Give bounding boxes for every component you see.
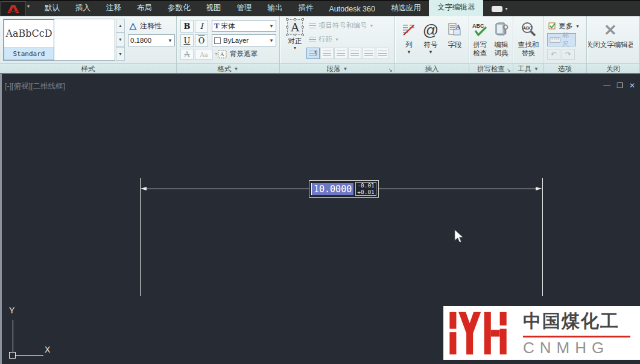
paragraph-panel-caret-icon[interactable]: ▼ [343,66,348,72]
tab-autodesk360[interactable]: Autodesk 360 [322,2,383,17]
dimension-extension-line-right [542,178,543,296]
more-checkbox-icon [548,22,556,30]
panel-format: B I U O A Aa ▼ T 宋体 ▼ ByLayer ▼ A [177,16,280,74]
panel-tools: ABC 查找和 替换 工具 ▼ [513,16,543,74]
tools-panel-caret-icon[interactable]: ▼ [534,66,539,72]
align-right-button[interactable] [334,48,347,59]
bullets-numbering-button[interactable]: 项目符号和编号 ▼ [309,21,373,30]
spell-check-icon: ABC [472,22,489,38]
text-height-combo[interactable]: 0.1800 ▼ [128,34,175,46]
dictionary-icon [493,22,509,38]
bullets-caret-icon: ▼ [370,24,374,28]
justify-icon-letter: A [291,20,299,34]
panel-label-close: 关闭 [606,64,620,74]
spell-dialog-launcher-icon[interactable]: ↘ [506,67,511,73]
combine-paragraphs-icon [378,51,387,57]
italic-button[interactable]: I [195,20,208,33]
tab-insert[interactable]: 插入 [68,0,98,17]
tab-default[interactable]: 默认 [37,0,68,17]
canvas-left-edge [0,74,2,364]
columns-label: 列 [405,40,413,49]
tab-plugins[interactable]: 插件 [291,0,322,17]
panel-style: AaBbCcD Standard ▲ ▼ ▼ 注释性 0.1800 ▼ 样式 [0,16,177,74]
edit-dictionaries-button[interactable]: 编辑 词典 [492,20,511,58]
find-replace-button[interactable]: ABC 查找和 替换 [516,20,540,58]
align-distribute-button[interactable] [362,48,375,59]
tab-layout[interactable]: 布局 [129,0,160,17]
paragraph-dialog-launcher-icon[interactable]: ↘ [388,67,393,73]
app-menu-caret-icon[interactable]: ▾ [27,4,30,9]
pilcrow-icon: ¶ [314,49,317,55]
columns-button[interactable]: 列 ▼ [400,20,418,55]
tab-featured-apps[interactable]: 精选应用 [383,0,429,17]
justify-button[interactable]: A 对正 ▼ [284,19,306,59]
check-spelling-button[interactable]: ABC 拼写 检查 [470,20,490,58]
panel-paragraph: A 对正 ▼ 项目符号和编号 ▼ 行距 ▼ [280,16,395,74]
ribbon-display-toggle[interactable]: ▾ [492,6,507,12]
strikethrough-button[interactable]: A [180,49,194,60]
panel-spell-check: ABC 拼写 检查 编辑 词典 拼写检查 [469,16,513,74]
align-justify-button[interactable] [348,48,361,59]
bold-button[interactable]: B [180,20,194,33]
gallery-scroll-up-button[interactable]: ▲ [116,19,125,33]
justify-caret-icon: ▼ [293,46,297,50]
text-style-gallery[interactable]: AaBbCcD Standard [3,19,115,61]
tab-manage[interactable]: 管理 [229,0,260,17]
ribbon-minimize-caret-icon: ▾ [505,6,507,11]
color-combo[interactable]: ByLayer ▼ [212,34,276,46]
find-replace-icon: ABC [520,22,537,39]
redo-button[interactable]: ↷ [562,49,575,60]
gallery-expand-button[interactable]: ▼ [116,47,125,61]
drawing-canvas[interactable]: [-][俯视][二维线框] — ❐ ✕ 10.0000 -0.01 +0.01 … [0,74,640,364]
style-item-standard[interactable]: AaBbCcD Standard [4,19,54,60]
undo-button[interactable]: ↶ [547,49,560,60]
viewport-controls-label[interactable]: [-][俯视][二维线框] [5,81,65,92]
symbol-button[interactable]: @ 符号 ▼ [420,20,441,55]
line-spacing-button[interactable]: 行距 ▼ [309,35,339,44]
underline-button[interactable]: U [180,34,194,47]
ribbon-minimize-icon [492,6,502,12]
viewport-window-controls: — ❐ ✕ [603,81,635,90]
dimension-text-editor[interactable]: 10.0000 -0.01 +0.01 [309,180,379,198]
panel-label-options: 选项 [558,64,572,74]
field-button[interactable]: A 字段 [445,20,465,49]
align-left-button[interactable]: ¶ [306,48,320,59]
overline-button[interactable]: O [195,34,208,47]
tab-view[interactable]: 视图 [198,0,229,17]
format-panel-caret-icon[interactable]: ▼ [234,66,239,72]
line-spacing-icon [309,37,316,43]
viewport-minimize-button[interactable]: — [603,81,610,90]
dimension-value-selected[interactable]: 10.0000 [311,183,353,195]
tab-annotate[interactable]: 注释 [98,0,129,17]
panel-close: ✕ 关闭文字编辑器 关闭 [587,16,640,74]
tab-output[interactable]: 输出 [260,0,291,17]
panel-label-paragraph: 段落 [327,64,341,74]
ruler-label: 标尺 [563,31,574,49]
change-case-button[interactable]: Aa [195,49,213,60]
bullets-label: 项目符号和编号 [318,21,367,30]
tab-text-editor[interactable]: 文字编辑器 [429,0,484,17]
tolerance-lower: +0.01 [357,189,375,196]
viewport-restore-button[interactable]: ❐ [616,81,623,90]
tab-parametric[interactable]: 参数化 [160,0,198,17]
application-menu-button[interactable] [1,1,26,16]
font-combo[interactable]: T 宋体 ▼ [212,20,276,32]
svg-text:ABC: ABC [523,26,532,30]
align-center-button[interactable] [320,48,334,59]
combine-paragraphs-button[interactable] [376,48,389,59]
watermark-logo [448,311,516,356]
align-distribute-icon [364,51,373,57]
annotative-button[interactable]: 注释性 [140,21,162,31]
ribbon-tab-bar: ▾ 默认 插入 注释 布局 参数化 视图 管理 输出 插件 Autodesk 3… [0,0,640,16]
columns-icon [402,23,416,37]
gallery-scroll-down-button[interactable]: ▼ [116,33,125,46]
more-caret-icon: ▼ [575,24,580,28]
close-text-editor-button[interactable]: ✕ 关闭文字编辑器 [588,20,633,49]
bullets-icon [309,23,316,29]
ruler-toggle-button[interactable]: 标尺 [547,33,576,46]
background-mask-button[interactable]: A 背景遮罩 [218,49,258,58]
ribbon-tabs: 默认 插入 注释 布局 参数化 视图 管理 输出 插件 Autodesk 360… [37,1,483,17]
svg-text:ABC: ABC [472,23,484,29]
viewport-close-button[interactable]: ✕ [629,81,635,90]
more-options-button[interactable]: 更多 ▼ [548,21,580,31]
